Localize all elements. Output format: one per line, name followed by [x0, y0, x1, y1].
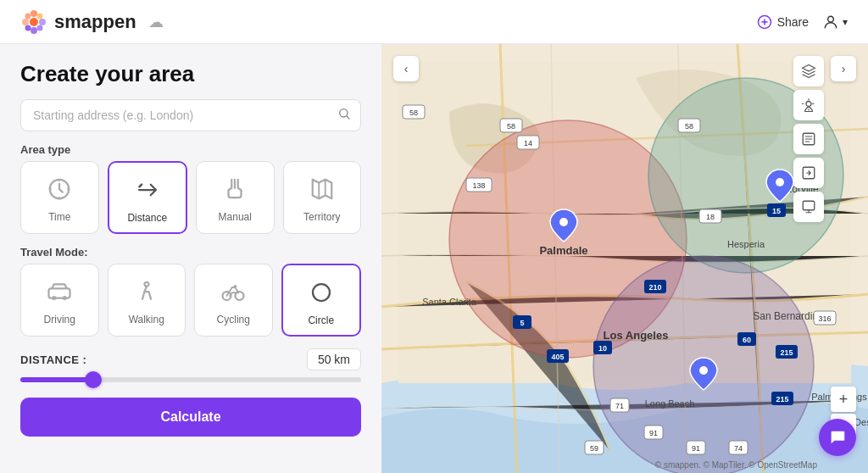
svg-point-3 [22, 19, 29, 25]
svg-point-75 [559, 218, 568, 226]
svg-text:59: 59 [590, 444, 598, 453]
svg-point-20 [234, 285, 237, 288]
search-container [20, 99, 361, 131]
manual-icon [222, 174, 248, 204]
svg-text:58: 58 [409, 109, 418, 117]
logo-area: smappen ☁ [20, 8, 164, 36]
map-export-button[interactable] [793, 158, 824, 188]
calculate-button[interactable]: Calculate [20, 398, 361, 437]
svg-text:215: 215 [780, 348, 793, 357]
svg-text:Los Angeles: Los Angeles [604, 329, 669, 342]
svg-text:60: 60 [743, 336, 751, 344]
search-button[interactable] [337, 107, 351, 124]
svg-text:14: 14 [524, 139, 532, 147]
user-icon [822, 14, 839, 31]
svg-text:18: 18 [706, 213, 715, 221]
area-type-time[interactable]: Time [20, 161, 99, 234]
area-type-distance[interactable]: Distance [108, 161, 188, 234]
travel-mode-walking-label: Walking [129, 314, 164, 326]
travel-mode-section: Travel Mode: Driving [20, 246, 361, 337]
area-type-manual-label: Manual [219, 211, 252, 223]
svg-point-7 [37, 13, 43, 19]
map-right-panel: › [831, 56, 856, 81]
svg-point-79 [806, 102, 811, 107]
sidebar: Create your area Area type [0, 44, 381, 473]
svg-text:316: 316 [818, 314, 831, 323]
map-location-button[interactable] [793, 90, 824, 120]
distance-section: DISTANCE : 50 km [20, 348, 361, 382]
svg-point-2 [31, 27, 37, 34]
svg-text:5: 5 [520, 319, 524, 327]
share-button[interactable]: Share [757, 14, 809, 30]
area-type-options: Time Distance [20, 161, 361, 234]
distance-value: 50 km [307, 348, 361, 370]
map-data-button[interactable] [793, 124, 824, 154]
map-settings-button[interactable] [793, 192, 824, 222]
area-type-territory-label: Territory [303, 211, 340, 223]
user-menu-button[interactable]: ▾ [822, 14, 848, 31]
map-layers-button[interactable] [793, 56, 824, 86]
travel-mode-cycling[interactable]: Cycling [194, 264, 273, 337]
svg-text:Hesperia: Hesperia [727, 239, 765, 249]
territory-icon [309, 174, 335, 204]
time-icon [47, 174, 72, 204]
svg-text:58: 58 [685, 122, 693, 131]
map-attribution: © smappen. © MapTiler. © OpenStreetMap [655, 460, 817, 470]
svg-point-8 [25, 25, 31, 31]
data-icon [801, 131, 816, 147]
travel-mode-driving-label: Driving [44, 314, 75, 326]
svg-point-16 [63, 296, 67, 300]
chat-button[interactable] [819, 419, 856, 456]
main-content: Create your area Area type [0, 0, 868, 473]
svg-text:10: 10 [598, 344, 607, 353]
map-right-icons [793, 56, 824, 222]
svg-point-77 [699, 366, 708, 375]
svg-point-10 [828, 16, 834, 22]
distance-header: DISTANCE : 50 km [20, 348, 361, 370]
distance-label: DISTANCE : [20, 353, 86, 366]
svg-point-6 [37, 25, 43, 31]
location-icon [801, 97, 816, 113]
svg-point-4 [39, 19, 46, 25]
travel-mode-circle-label: Circle [308, 314, 334, 326]
svg-point-21 [313, 284, 330, 301]
map-collapse-button[interactable]: ‹ [393, 56, 419, 81]
travel-mode-cycling-label: Cycling [217, 314, 250, 326]
area-type-manual[interactable]: Manual [196, 161, 275, 234]
area-type-territory[interactable]: Territory [283, 161, 362, 234]
map-area: Palmdale Santa Clarita Los Angeles San B… [381, 44, 868, 473]
svg-rect-14 [49, 288, 70, 298]
distance-icon [135, 175, 160, 205]
settings-icon [801, 199, 816, 214]
svg-text:Palmdale: Palmdale [539, 244, 587, 257]
svg-point-76 [776, 178, 784, 186]
area-type-label: Area type [20, 143, 361, 156]
search-icon [337, 107, 351, 120]
svg-text:Santa Clarita: Santa Clarita [422, 297, 476, 307]
travel-mode-circle[interactable]: Circle [281, 264, 362, 337]
svg-point-5 [25, 13, 31, 19]
svg-text:Long Beach: Long Beach [645, 398, 695, 409]
walking-icon [134, 276, 159, 307]
svg-rect-13 [138, 183, 143, 188]
svg-point-15 [53, 296, 57, 300]
svg-text:71: 71 [615, 402, 624, 410]
travel-mode-driving[interactable]: Driving [20, 264, 99, 337]
svg-text:405: 405 [551, 353, 564, 361]
top-bar: smappen ☁ Share ▾ [0, 0, 868, 44]
zoom-in-button[interactable]: + [831, 387, 856, 412]
logo-icon [20, 8, 47, 36]
map-expand-button[interactable]: › [831, 56, 856, 81]
distance-slider[interactable] [20, 377, 361, 382]
area-type-time-label: Time [48, 211, 70, 223]
search-input[interactable] [20, 99, 361, 131]
layers-icon [801, 64, 816, 79]
svg-text:210: 210 [648, 283, 661, 292]
area-type-section: Area type Time [20, 143, 361, 234]
travel-mode-walking[interactable]: Walking [108, 264, 186, 337]
app-wrapper: smappen ☁ Share ▾ Create yo [0, 0, 868, 473]
svg-rect-82 [803, 201, 815, 210]
svg-point-0 [30, 18, 38, 26]
area-type-distance-label: Distance [127, 212, 167, 224]
cloud-icon: ☁ [148, 13, 164, 31]
